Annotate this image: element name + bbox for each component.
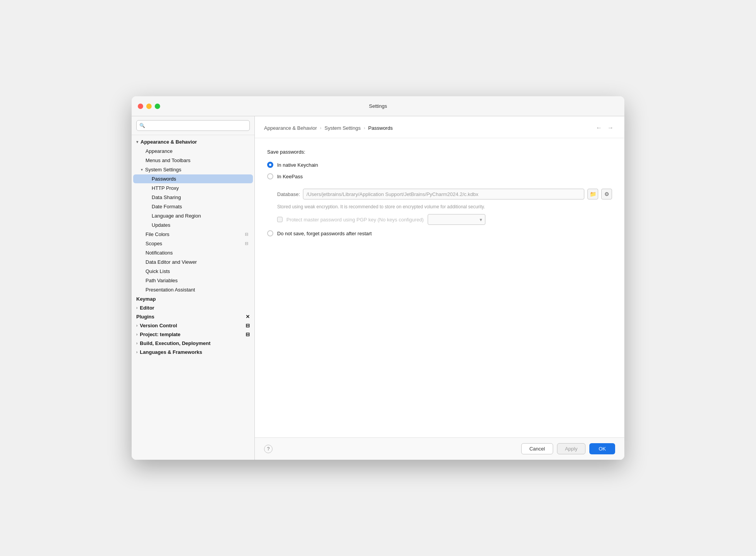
main-header: Appearance & Behavior › System Settings … [255,116,624,138]
pgp-label: Protect master password using PGP key (N… [286,217,424,223]
chevron-right-icon: › [136,350,137,354]
sidebar-item-editor[interactable]: › Editor [132,303,254,312]
sidebar-item-keymap[interactable]: Keymap [132,295,254,303]
sidebar-item-language-region[interactable]: Language and Region [133,211,253,220]
pgp-checkbox[interactable] [277,217,283,222]
plugins-icon: ✕ [246,314,250,320]
sidebar-item-file-colors[interactable]: File Colors ⊟ [133,230,253,239]
radio-native-keychain[interactable] [267,162,273,168]
footer: ? Cancel Apply OK [255,437,624,460]
sidebar-item-build-execution-deployment[interactable]: › Build, Execution, Deployment [132,339,254,348]
window-controls [138,104,160,109]
sidebar-item-plugins[interactable]: Plugins ✕ [132,312,254,321]
sidebar-item-quick-lists[interactable]: Quick Lists [133,267,253,276]
project-template-icon: ⊟ [246,332,250,337]
sidebar-item-label: Menus and Toolbars [146,157,191,163]
search-wrapper: 🔍 [136,120,250,131]
help-button[interactable]: ? [264,445,273,453]
forward-button[interactable]: → [606,123,615,132]
breadcrumb-part2: System Settings [324,125,361,131]
sidebar-item-label: Passwords [152,176,176,182]
apply-button[interactable]: Apply [557,443,586,454]
sidebar-item-label: Data Sharing [152,194,181,200]
main-content: Save passwords: In native Keychain In Ke… [255,138,624,437]
sidebar-item-presentation-assistant[interactable]: Presentation Assistant [133,285,253,294]
pgp-row: Protect master password using PGP key (N… [277,214,612,225]
option-do-not-save[interactable]: Do not save, forget passwords after rest… [267,230,612,236]
radio-do-not-save[interactable] [267,230,273,236]
sidebar-nav: ▾ Appearance & Behavior Appearance Menus… [132,135,254,460]
sidebar-item-updates[interactable]: Updates [133,221,253,229]
sidebar-item-label: Presentation Assistant [146,287,195,293]
breadcrumb-current: Passwords [368,125,393,131]
sidebar-item-label: Date Formats [152,204,182,209]
maximize-button[interactable] [155,104,160,109]
chevron-right-icon: › [136,306,137,310]
option-native-keychain[interactable]: In native Keychain [267,162,612,168]
sidebar-item-appearance-behavior[interactable]: ▾ Appearance & Behavior [132,137,254,146]
sidebar-item-label: HTTP Proxy [152,185,179,191]
minimize-button[interactable] [146,104,152,109]
main-panel: Appearance & Behavior › System Settings … [255,116,624,460]
footer-buttons: Cancel Apply OK [521,443,615,454]
nav-group-appearance-behavior: ▾ Appearance & Behavior Appearance Menus… [132,137,254,294]
sidebar: 🔍 ▾ Appearance & Behavior Appearance [132,116,255,460]
sidebar-item-data-sharing[interactable]: Data Sharing [133,193,253,202]
breadcrumb-sep2: › [364,126,365,130]
back-button[interactable]: ← [594,123,604,132]
gear-icon: ⚙ [604,191,609,197]
sidebar-item-http-proxy[interactable]: HTTP Proxy [133,184,253,193]
sidebar-item-languages-frameworks[interactable]: › Languages & Frameworks [132,348,254,357]
sidebar-item-label: Language and Region [152,213,201,219]
sidebar-item-scopes[interactable]: Scopes ⊟ [133,239,253,248]
footer-left: ? [264,445,273,453]
sidebar-item-label: Editor [140,305,154,311]
sidebar-item-label: Appearance [146,148,172,154]
sidebar-item-label: Keymap [136,296,156,302]
pgp-select[interactable] [428,214,485,225]
sidebar-item-label: Project: template [140,332,180,337]
browse-folder-button[interactable]: 📁 [587,189,598,199]
settings-window: Settings 🔍 ▾ Appearance & Behavior [132,96,624,460]
database-input[interactable] [303,189,584,199]
sidebar-item-date-formats[interactable]: Date Formats [133,202,253,211]
option-keepass[interactable]: In KeePass [267,173,612,179]
database-label: Database: [277,191,300,197]
option-keepass-label: In KeePass [277,174,303,179]
chevron-down-icon: ▾ [141,167,143,172]
settings-button[interactable]: ⚙ [601,189,612,199]
radio-keepass[interactable] [267,173,273,179]
scopes-icon: ⊟ [245,241,248,246]
close-button[interactable] [138,104,143,109]
sidebar-item-appearance[interactable]: Appearance [133,147,253,156]
radio-group: In native Keychain In KeePass Database: [267,162,612,236]
sidebar-item-system-settings[interactable]: ▾ System Settings [133,165,253,174]
sidebar-item-project-template[interactable]: › Project: template ⊟ [132,330,254,339]
option-do-not-save-label: Do not save, forget passwords after rest… [277,231,372,236]
sidebar-item-path-variables[interactable]: Path Variables [133,276,253,285]
sidebar-item-label: System Settings [145,167,181,172]
sidebar-item-menus-toolbars[interactable]: Menus and Toolbars [133,156,253,165]
sidebar-item-version-control[interactable]: › Version Control ⊟ [132,321,254,330]
keepass-section: Database: 📁 ⚙ Stored using weak encrypti… [277,189,612,225]
breadcrumb: Appearance & Behavior › System Settings … [264,125,393,131]
search-input[interactable] [136,120,250,131]
sidebar-item-label: Appearance & Behavior [140,139,197,145]
sidebar-item-label: Path Variables [146,278,178,283]
sidebar-item-label: Version Control [140,323,177,328]
db-warning: Stored using weak encryption. It is reco… [277,203,612,210]
sidebar-item-label: Build, Execution, Deployment [140,340,210,346]
sidebar-item-data-editor-viewer[interactable]: Data Editor and Viewer [133,258,253,266]
nav-arrows: ← → [594,123,615,132]
window-title: Settings [369,103,387,109]
sidebar-item-passwords[interactable]: Passwords [133,174,253,183]
chevron-right-icon: › [136,323,137,328]
sidebar-item-notifications[interactable]: Notifications [133,248,253,257]
breadcrumb-sep1: › [320,126,321,130]
sidebar-item-label: Updates [152,222,170,228]
cancel-button[interactable]: Cancel [521,443,553,454]
ok-button[interactable]: OK [589,443,615,454]
titlebar: Settings [132,96,624,116]
sidebar-item-label: Languages & Frameworks [140,349,202,355]
chevron-right-icon: › [136,341,137,345]
